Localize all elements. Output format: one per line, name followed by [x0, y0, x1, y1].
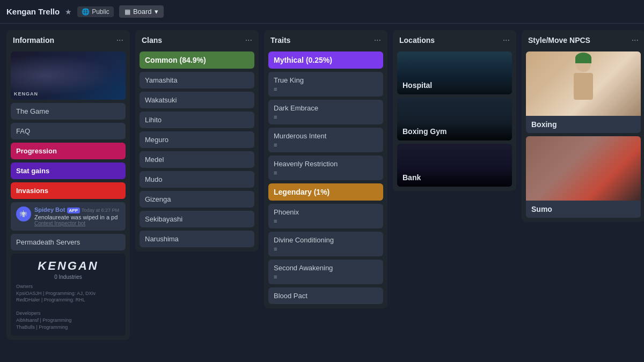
card-narushima[interactable]: Narushima — [140, 231, 254, 247]
card-hospital[interactable]: Hospital — [397, 51, 512, 94]
star-icon[interactable]: ★ — [65, 8, 72, 16]
column-header-traits: Traits ··· — [268, 34, 383, 46]
column-menu-npcs[interactable]: ··· — [632, 35, 639, 45]
info-cover-image: KENGAN — [11, 51, 126, 100]
card-sekibayashi[interactable]: Sekibayashi — [140, 211, 254, 227]
card-true-king[interactable]: True King ≡ — [268, 72, 383, 97]
bot-avatar: 🕷 — [16, 206, 31, 221]
card-heavenly-restriction[interactable]: Heavenly Restriction ≡ — [268, 156, 383, 180]
column-title-locations: Locations — [399, 36, 435, 45]
column-title-clans: Clans — [142, 36, 162, 45]
card-faq[interactable]: FAQ — [11, 123, 126, 139]
globe-icon: 🌐 — [82, 8, 90, 16]
board: Information ··· KENGAN The Game FAQ Prog… — [0, 24, 644, 362]
card-sumo-npc[interactable]: Sumo — [526, 136, 641, 218]
card-lines-icon: ≡ — [274, 86, 378, 92]
card-permadeath[interactable]: Permadeath Servers — [11, 234, 126, 250]
card-gizenga[interactable]: Gizenga — [140, 191, 254, 208]
column-style-move-npcs: Style/Move NPCS ··· Boxing Sumo — [522, 30, 644, 222]
card-lines-icon: ≡ — [274, 114, 378, 120]
column-clans: Clans ··· Common (84.9%) Yamashita Wakat… — [135, 30, 259, 252]
column-title-traits: Traits — [270, 36, 290, 45]
column-header-clans: Clans ··· — [140, 34, 254, 46]
card-dark-embrace[interactable]: Dark Embrace ≡ — [268, 100, 383, 124]
column-information: Information ··· KENGAN The Game FAQ Prog… — [6, 30, 130, 340]
card-phoenix[interactable]: Phoenix ≡ — [268, 204, 383, 228]
boxing-npc-figure — [570, 57, 597, 105]
kengan-logo-cover: KENGAN — [14, 91, 38, 97]
card-blood-pact[interactable]: Blood Pact — [268, 287, 383, 304]
column-header-locations: Locations ··· — [397, 34, 512, 46]
topnav: Kengan Trello ★ 🌐 Public ▦ Board ▾ — [0, 0, 644, 24]
card-the-game[interactable]: The Game — [11, 103, 126, 120]
bot-header: Spidey Bot APP Today at 6:27 PM — [34, 206, 119, 213]
card-lines-icon: ≡ — [274, 274, 378, 280]
card-lines-icon: ≡ — [274, 169, 378, 176]
column-menu-traits[interactable]: ··· — [374, 35, 381, 45]
column-header-information: Information ··· — [11, 34, 126, 46]
card-wakatsuki[interactable]: Wakatsuki — [140, 92, 254, 108]
card-bank[interactable]: Bank — [397, 144, 512, 187]
card-boxing-npc[interactable]: Boxing — [526, 51, 641, 133]
card-lines-icon: ≡ — [274, 218, 378, 224]
public-badge[interactable]: 🌐 Public — [77, 6, 114, 17]
chevron-down-icon: ▾ — [155, 8, 158, 16]
app-title: Kengan Trello — [6, 7, 60, 16]
column-title-information: Information — [13, 36, 54, 45]
card-meguro[interactable]: Meguro — [140, 131, 254, 148]
card-medel[interactable]: Medel — [140, 151, 254, 168]
card-common[interactable]: Common (84.9%) — [140, 51, 254, 69]
card-second-awakening[interactable]: Second Awakening ≡ — [268, 260, 383, 284]
column-header-npcs: Style/Move NPCS ··· — [526, 34, 641, 46]
board-button[interactable]: ▦ Board ▾ — [119, 5, 164, 18]
bot-content: Spidey Bot APP Today at 6:27 PM Zenolaur… — [34, 206, 119, 226]
card-mudo[interactable]: Mudo — [140, 171, 254, 188]
card-legendary[interactable]: Legendary (1%) — [268, 183, 383, 201]
column-traits: Traits ··· Mythical (0.25%) True King ≡ … — [264, 30, 387, 308]
kengan-logo-card: KENGAN 0 Industries Owners KpsiOASJH | P… — [11, 254, 126, 336]
column-menu-clans[interactable]: ··· — [245, 35, 252, 45]
column-menu-information[interactable]: ··· — [116, 35, 123, 45]
card-stat-gains[interactable]: Stat gains — [11, 162, 126, 179]
column-title-npcs: Style/Move NPCS — [528, 36, 590, 45]
bot-notification-card: 🕷 Spidey Bot APP Today at 6:27 PM Zenola… — [11, 202, 126, 231]
card-yamashita[interactable]: Yamashita — [140, 72, 254, 88]
card-lines-icon: ≡ — [274, 246, 378, 252]
column-menu-locations[interactable]: ··· — [503, 35, 510, 45]
card-boxing-gym[interactable]: Boxing Gym — [397, 98, 512, 141]
card-invasions[interactable]: Invasions — [11, 182, 126, 199]
card-lines-icon: ≡ — [274, 142, 378, 148]
column-locations: Locations ··· Hospital Boxing Gym Bank — [393, 30, 516, 191]
card-divine-conditioning[interactable]: Divine Conditioning ≡ — [268, 232, 383, 256]
board-icon: ▦ — [125, 8, 130, 16]
card-progression[interactable]: Progression — [11, 143, 126, 159]
card-murderous-intent[interactable]: Murderous Intent ≡ — [268, 128, 383, 152]
card-mythical[interactable]: Mythical (0.25%) — [268, 51, 383, 69]
card-lihito[interactable]: Lihito — [140, 112, 254, 128]
